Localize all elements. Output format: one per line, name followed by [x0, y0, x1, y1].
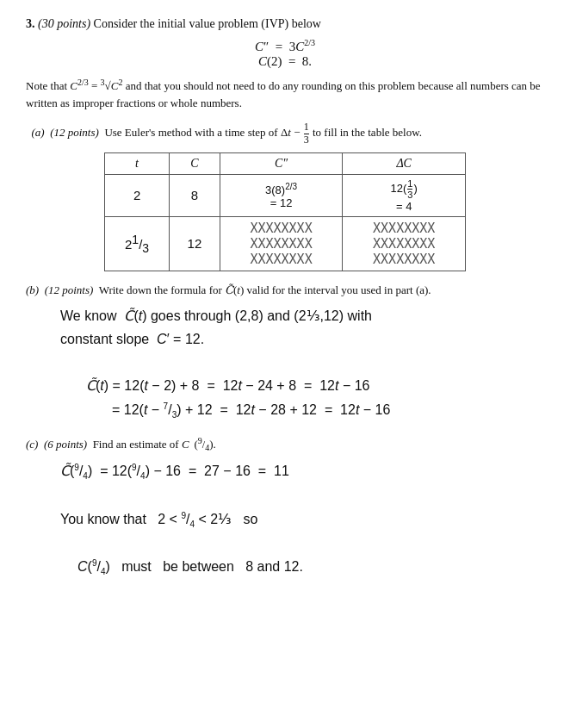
- ivp-eq2: C(2) = 8.: [26, 54, 544, 69]
- euler-table: t C C″ ΔC 2 8 3(8)2/3= 12 12(13)= 4 21/3: [104, 152, 466, 271]
- row1-t: 2: [105, 174, 170, 216]
- part-c: (c) (6 points) Find an estimate of C (9/…: [26, 436, 544, 579]
- delta-t-frac: 1 3: [304, 121, 309, 145]
- note-text: Note that C2/3 = 3√C2 and that you shoul…: [26, 76, 544, 111]
- part-b-spacer: [60, 351, 544, 374]
- part-c-line2: You know that 2 < 9/4 < 2⅓ so: [60, 507, 544, 532]
- part-a-header: (a) (12 points) Use Euler's method with …: [26, 121, 544, 145]
- part-b-solution: We know C̃(t) goes through (2,8) and (2⅓…: [60, 304, 544, 422]
- part-a: (a) (12 points) Use Euler's method with …: [26, 121, 544, 271]
- part-c-header: (c) (6 points) Find an estimate of C (9/…: [26, 436, 544, 452]
- table-row-2: 21/3 12 XXXXXXXXXXXXXXXXXXXXXXXX XXXXXXX…: [105, 216, 466, 271]
- part-b-header: (b) (12 points) Write down the formula f…: [26, 283, 544, 297]
- part-b-line1: We know C̃(t) goes through (2,8) and (2⅓…: [60, 304, 544, 327]
- row2-t: 21/3: [105, 216, 170, 271]
- table-row-1: 2 8 3(8)2/3= 12 12(13)= 4: [105, 174, 466, 216]
- ivp-eq1: C″ = 3C2/3: [26, 38, 544, 54]
- part-c-conclusion: C(9/4) must be between 8 and 12.: [77, 555, 544, 579]
- row1-c: 8: [170, 174, 220, 216]
- col-dc: ΔC: [343, 152, 466, 174]
- part-c-solution: C̃(9/4) = 12(9/4) − 16 = 27 − 16 = 11 Yo…: [60, 459, 544, 579]
- row2-dc: XXXXXXXXXXXXXXXXXXXXXXXX: [343, 216, 466, 271]
- part-c-eq1: C̃(9/4) = 12(9/4) − 16 = 27 − 16 = 11: [60, 459, 544, 483]
- part-b: (b) (12 points) Write down the formula f…: [26, 283, 544, 422]
- ivp-equations: C″ = 3C2/3 C(2) = 8.: [26, 38, 544, 69]
- row1-dc: 12(13)= 4: [343, 174, 466, 216]
- row2-cpp: XXXXXXXXXXXXXXXXXXXXXXXX: [220, 216, 343, 271]
- and-text: and: [257, 559, 281, 574]
- part-c-spacer2: [60, 532, 544, 555]
- col-t: t: [105, 152, 170, 174]
- col-c: C: [170, 152, 220, 174]
- problem-points: (30 points): [38, 17, 94, 30]
- problem-description: Consider the initial value problem (IVP)…: [94, 17, 321, 30]
- part-c-spacer: [60, 483, 544, 507]
- row1-cpp: 3(8)2/3= 12: [220, 174, 343, 216]
- part-b-eq2: = 12(t − 7/3) + 12 = 12t − 28 + 12 = 12t…: [112, 398, 544, 422]
- row2-c: 12: [170, 216, 220, 271]
- part-b-line2: constant slope C′ = 12.: [60, 327, 544, 351]
- part-b-eq1: C̃(t) = 12(t − 2) + 8 = 12t − 24 + 8 = 1…: [86, 374, 544, 397]
- problem-header: 3. (30 points) Consider the initial valu…: [26, 17, 544, 31]
- col-cpp: C″: [220, 152, 343, 174]
- problem-number: 3.: [26, 17, 35, 30]
